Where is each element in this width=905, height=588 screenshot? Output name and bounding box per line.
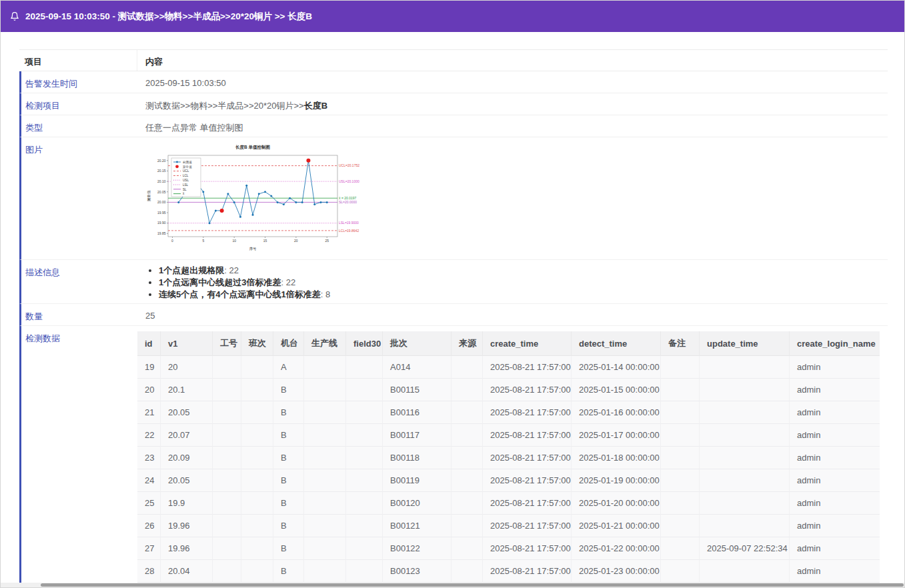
description-item: 1个点超出规格限: 22: [159, 265, 880, 276]
cell: 22: [137, 424, 161, 447]
cell: 2025-01-21 00:00:00: [572, 515, 661, 537]
column-header-批次: 批次: [383, 331, 451, 356]
cell: 2025-08-21 17:57:00: [483, 492, 572, 515]
cell: [241, 469, 273, 492]
row-label-image: 图片: [21, 137, 137, 259]
cell: [346, 379, 383, 401]
cell: 2025-09-07 22:52:34: [700, 537, 790, 560]
table-row: 2320.09BB001182025-08-21 17:57:002025-01…: [137, 447, 880, 469]
cell: [451, 401, 483, 424]
cell: B: [273, 537, 304, 560]
cell: [241, 447, 273, 469]
cell: [241, 515, 273, 537]
cell: [213, 379, 241, 401]
column-header-工号: 工号: [213, 331, 241, 356]
cell: [451, 469, 483, 492]
cell: [241, 401, 273, 424]
cell: 28: [137, 560, 161, 583]
cell: B00122: [383, 537, 451, 560]
row-detect-data: 检测数据 idv1工号班次机台生产线field30批次来源create_time…: [19, 326, 888, 588]
cell: A014: [383, 356, 451, 379]
cell: [451, 379, 483, 401]
cell: admin: [790, 560, 880, 583]
cell: [451, 356, 483, 379]
row-alarm-time: 告警发生时间 2025-09-15 10:03:50: [19, 71, 888, 93]
cell: 20: [161, 356, 213, 379]
row-label-alarm-time: 告警发生时间: [21, 71, 137, 93]
cell: 20: [137, 379, 161, 401]
cell: [304, 401, 346, 424]
cell: 2025-01-15 00:00:00: [572, 379, 661, 401]
row-label-type: 类型: [21, 115, 137, 137]
cell: [451, 492, 483, 515]
cell: [304, 379, 346, 401]
cell: [213, 492, 241, 515]
cell: B: [273, 424, 304, 447]
cell: 20.1: [161, 379, 213, 401]
table-row: 2619.96BB001212025-08-21 17:57:002025-01…: [137, 515, 880, 537]
column-header-field30: field30: [346, 331, 383, 356]
detect-item-path: 测试数据>>物料>>半成品>>20*20铜片>>: [145, 101, 304, 111]
horizontal-scrollbar[interactable]: [1, 583, 904, 587]
image-cell: 长度B 单值控制图19.8519.9019.9520.0020.0520.102…: [137, 137, 888, 259]
cell: [661, 424, 700, 447]
cell: 27: [137, 537, 161, 560]
cell: [700, 424, 790, 447]
svg-text:LSL: LSL: [183, 183, 189, 187]
cell: B00117: [383, 424, 451, 447]
cell: 2025-01-19 00:00:00: [572, 469, 661, 492]
info-table-header: 项目 内容: [19, 50, 888, 71]
cell: 19: [137, 356, 161, 379]
cell: [451, 537, 483, 560]
cell: [346, 401, 383, 424]
cell: [304, 424, 346, 447]
row-label-quantity: 数量: [21, 304, 137, 325]
row-description: 描述信息 1个点超出规格限: 22 1个点远离中心线超过3倍标准差: 22 连续…: [19, 260, 888, 304]
cell: [213, 469, 241, 492]
column-header-detect_time: detect_time: [572, 331, 661, 356]
row-label-detect-item: 检测项目: [21, 93, 137, 115]
cell: [304, 560, 346, 583]
table-row: 2220.07BB001172025-08-21 17:57:002025-01…: [137, 424, 880, 447]
horizontal-scrollbar-thumb[interactable]: [41, 583, 904, 587]
column-header-create_time: create_time: [483, 331, 572, 356]
cell: 20.07: [161, 424, 213, 447]
cell: B00119: [383, 469, 451, 492]
cell: 26: [137, 515, 161, 537]
cell: [304, 515, 346, 537]
svg-text:UCL=20.1752: UCL=20.1752: [339, 163, 359, 167]
column-header-create_login_name: create_login_name: [790, 331, 880, 356]
column-header-v1: v1: [161, 331, 213, 356]
cell: 2025-01-14 00:00:00: [572, 356, 661, 379]
alarm-time-value: 2025-09-15 10:03:50: [137, 71, 888, 93]
alert-info-table: 项目 内容 告警发生时间 2025-09-15 10:03:50 检测项目 测试…: [19, 49, 888, 588]
svg-text:0: 0: [171, 239, 173, 243]
cell: B00121: [383, 515, 451, 537]
svg-text:19.95: 19.95: [157, 211, 166, 215]
cell: [661, 379, 700, 401]
svg-text:20: 20: [294, 239, 298, 243]
cell: 2025-08-21 17:57:00: [483, 469, 572, 492]
svg-text:19.90: 19.90: [157, 221, 166, 225]
table-row: 2420.05BB001192025-08-21 17:57:002025-01…: [137, 469, 880, 492]
control-chart-image[interactable]: 长度B 单值控制图19.8519.9019.9520.0020.0520.102…: [145, 141, 369, 253]
svg-text:SL=20.0000: SL=20.0000: [339, 200, 357, 204]
cell: admin: [790, 492, 880, 515]
cell: [241, 492, 273, 515]
cell: admin: [790, 356, 880, 379]
svg-text:x̄ = 20.0197: x̄ = 20.0197: [339, 196, 356, 200]
cell: [346, 537, 383, 560]
cell: [346, 515, 383, 537]
svg-text:20.15: 20.15: [157, 169, 166, 173]
cell: [451, 447, 483, 469]
svg-text:LCL: LCL: [183, 174, 189, 177]
column-header-item: 项目: [19, 50, 137, 71]
cell: B00115: [383, 379, 451, 401]
cell: [213, 560, 241, 583]
cell: 2025-01-18 00:00:00: [572, 447, 661, 469]
cell: [451, 515, 483, 537]
cell: 20.04: [161, 560, 213, 583]
cell: B: [273, 492, 304, 515]
svg-text:20.05: 20.05: [157, 190, 166, 194]
cell: [346, 447, 383, 469]
